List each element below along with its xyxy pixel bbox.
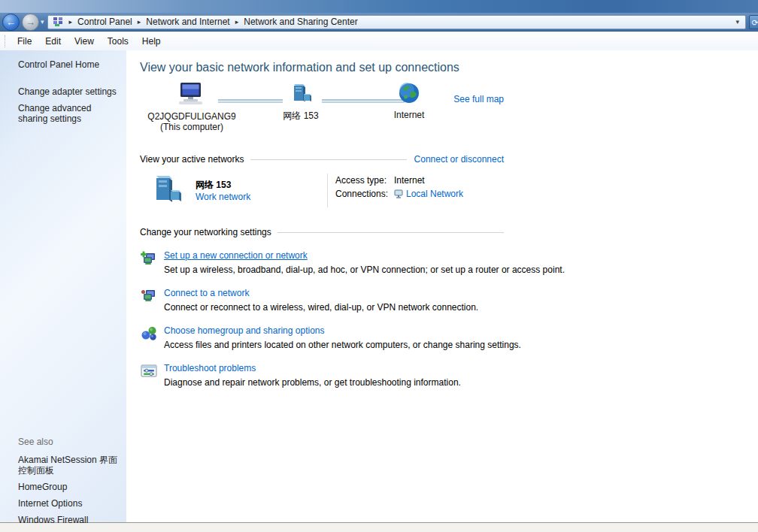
- active-network-identity: 网络 153 Work network: [140, 174, 327, 207]
- connect-network-icon: [140, 286, 159, 313]
- network-category-link[interactable]: Work network: [196, 192, 250, 202]
- sidebar-item-internet-options[interactable]: Internet Options: [0, 495, 126, 512]
- task-troubleshoot-problems: Troubleshoot problems Diagnose and repai…: [140, 361, 666, 388]
- connect-to-network-desc: Connect or reconnect to a wireless, wire…: [164, 302, 478, 313]
- sidebar-spacer: [0, 73, 126, 83]
- setup-new-connection-link[interactable]: Set up a new connection or network: [164, 250, 308, 261]
- map-node-computer: Q2JQGDFULIGANG9 (This computer): [143, 82, 241, 132]
- homegroup-sharing-link[interactable]: Choose homegroup and sharing options: [164, 325, 324, 336]
- sidebar-item-control-panel-home[interactable]: Control Panel Home: [0, 50, 126, 73]
- title-bar: [0, 0, 758, 13]
- sidebar-item-change-adapter-settings[interactable]: Change adapter settings: [0, 83, 126, 100]
- chevron-right-icon: ▸: [232, 18, 243, 26]
- troubleshoot-problems-link[interactable]: Troubleshoot problems: [164, 363, 256, 373]
- map-computer-note: (This computer): [143, 122, 241, 132]
- access-type-value: Internet: [394, 175, 425, 186]
- menu-help[interactable]: Help: [135, 34, 168, 49]
- map-internet-label: Internet: [360, 110, 458, 120]
- page-title: View your basic network information and …: [140, 61, 758, 74]
- back-arrow-icon: ←: [6, 17, 16, 28]
- map-computer-name: Q2JQGDFULIGANG9: [143, 111, 241, 122]
- new-connection-icon: [140, 249, 159, 275]
- networking-settings-header: Change your networking settings: [140, 227, 504, 237]
- main-pane: View your basic network information and …: [126, 50, 758, 522]
- network-icon: [288, 96, 314, 107]
- active-network-name: 网络 153: [196, 179, 250, 192]
- see-full-map-link[interactable]: See full map: [453, 94, 504, 104]
- task-connect-to-network: Connect to a network Connect or reconnec…: [140, 286, 666, 313]
- troubleshoot-problems-desc: Diagnose and repair network problems, or…: [164, 377, 461, 388]
- task-setup-new-connection: Set up a new connection or network Set u…: [140, 249, 666, 275]
- work-network-icon: [149, 174, 185, 207]
- menu-bar: File Edit View Tools Help: [0, 32, 758, 50]
- active-network-details: Access type: Internet Connections:: [327, 174, 504, 207]
- address-band: ← → ▾ ▸ Control Panel ▸ Network and Inte…: [0, 13, 758, 32]
- explorer-window: ← → ▾ ▸ Control Panel ▸ Network and Inte…: [0, 0, 758, 532]
- local-network-connection-link[interactable]: Local Network: [406, 189, 463, 199]
- forward-button[interactable]: →: [22, 14, 39, 31]
- setup-new-connection-desc: Set up a wireless, broadband, dial-up, a…: [164, 264, 565, 275]
- map-network-name: 网络 153: [252, 110, 350, 122]
- network-adapter-icon: [394, 189, 403, 199]
- sidebar-item-akamai-netsession[interactable]: Akamai NetSession 界面控制面板: [0, 452, 126, 479]
- access-type-label: Access type:: [335, 175, 394, 186]
- connect-to-network-link[interactable]: Connect to a network: [164, 288, 249, 298]
- homegroup-icon: [140, 324, 159, 350]
- sidebar-item-windows-firewall[interactable]: Windows Firewall: [0, 512, 126, 528]
- networking-settings-section: Change your networking settings: [140, 227, 758, 388]
- network-map: Q2JQGDFULIGANG9 (This computer): [140, 79, 504, 141]
- address-dropdown-icon[interactable]: ▾: [732, 18, 742, 26]
- breadcrumb-network-and-sharing-center[interactable]: Network and Sharing Center: [242, 17, 359, 27]
- internet-globe-icon: [398, 96, 420, 107]
- toolbar-grip: [5, 35, 8, 47]
- see-also-section: See also Akamai NetSession 界面控制面板 HomeGr…: [0, 434, 126, 528]
- address-bar[interactable]: ▸ Control Panel ▸ Network and Internet ▸…: [47, 15, 746, 29]
- connections-label: Connections:: [335, 189, 394, 199]
- back-button[interactable]: ←: [2, 14, 20, 31]
- see-also-label: See also: [0, 434, 126, 452]
- breadcrumb-network-and-internet[interactable]: Network and Internet: [144, 17, 231, 27]
- chevron-right-icon: ▸: [65, 18, 77, 26]
- refresh-button[interactable]: ⟳: [749, 15, 758, 29]
- active-network-panel: 网络 153 Work network Access type: Interne…: [140, 174, 504, 207]
- active-networks-section: View your active networks Connect or dis…: [140, 154, 758, 207]
- homegroup-sharing-desc: Access files and printers located on oth…: [164, 340, 521, 350]
- sidebar: Control Panel Home Change adapter settin…: [0, 50, 126, 522]
- networking-settings-label: Change your networking settings: [140, 227, 271, 237]
- active-networks-header: View your active networks Connect or dis…: [140, 154, 504, 165]
- troubleshoot-icon: [140, 361, 159, 388]
- forward-arrow-icon: →: [26, 17, 35, 28]
- section-divider: [277, 232, 504, 233]
- computer-icon: [175, 98, 208, 108]
- menu-view[interactable]: View: [68, 34, 101, 49]
- task-homegroup-sharing: Choose homegroup and sharing options Acc…: [140, 324, 666, 350]
- menu-tools[interactable]: Tools: [101, 34, 135, 49]
- network-location-icon: [53, 17, 64, 27]
- map-node-internet[interactable]: Internet: [360, 82, 458, 120]
- recent-pages-dropdown[interactable]: ▾: [41, 18, 44, 26]
- chevron-right-icon: ▸: [134, 18, 145, 26]
- section-divider: [250, 159, 407, 160]
- sidebar-item-homegroup[interactable]: HomeGroup: [0, 479, 126, 495]
- active-networks-label: View your active networks: [140, 154, 244, 165]
- sidebar-item-change-advanced-sharing-settings[interactable]: Change advanced sharing settings: [0, 100, 126, 127]
- content-area: Control Panel Home Change adapter settin…: [0, 50, 758, 522]
- menu-file[interactable]: File: [11, 34, 38, 49]
- breadcrumb-control-panel[interactable]: Control Panel: [76, 17, 134, 27]
- connect-or-disconnect-link[interactable]: Connect or disconnect: [414, 154, 504, 165]
- menu-edit[interactable]: Edit: [38, 34, 68, 49]
